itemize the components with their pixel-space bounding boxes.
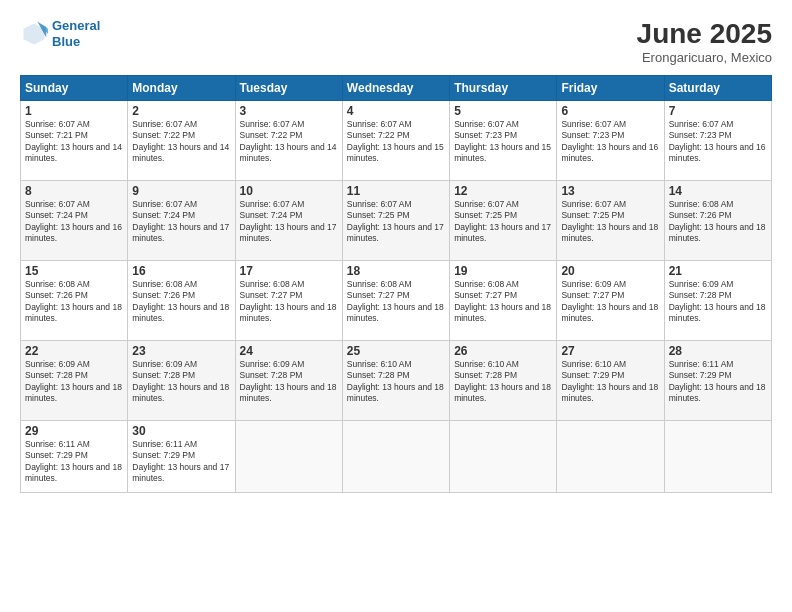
day-header-friday: Friday — [557, 76, 664, 101]
day-info: Sunrise: 6:08 AMSunset: 7:27 PMDaylight:… — [240, 279, 338, 325]
day-number: 11 — [347, 184, 445, 198]
day-number: 30 — [132, 424, 230, 438]
day-info: Sunrise: 6:07 AMSunset: 7:21 PMDaylight:… — [25, 119, 123, 165]
calendar-cell — [664, 421, 771, 493]
day-number: 28 — [669, 344, 767, 358]
calendar-cell: 12Sunrise: 6:07 AMSunset: 7:25 PMDayligh… — [450, 181, 557, 261]
calendar-cell: 11Sunrise: 6:07 AMSunset: 7:25 PMDayligh… — [342, 181, 449, 261]
day-number: 4 — [347, 104, 445, 118]
calendar-cell: 30Sunrise: 6:11 AMSunset: 7:29 PMDayligh… — [128, 421, 235, 493]
calendar-cell: 22Sunrise: 6:09 AMSunset: 7:28 PMDayligh… — [21, 341, 128, 421]
calendar-cell — [235, 421, 342, 493]
day-number: 26 — [454, 344, 552, 358]
day-info: Sunrise: 6:07 AMSunset: 7:23 PMDaylight:… — [454, 119, 552, 165]
calendar-cell: 9Sunrise: 6:07 AMSunset: 7:24 PMDaylight… — [128, 181, 235, 261]
day-info: Sunrise: 6:07 AMSunset: 7:25 PMDaylight:… — [347, 199, 445, 245]
calendar-cell: 24Sunrise: 6:09 AMSunset: 7:28 PMDayligh… — [235, 341, 342, 421]
calendar-header-row: SundayMondayTuesdayWednesdayThursdayFrid… — [21, 76, 772, 101]
week-row-4: 22Sunrise: 6:09 AMSunset: 7:28 PMDayligh… — [21, 341, 772, 421]
day-number: 16 — [132, 264, 230, 278]
day-number: 29 — [25, 424, 123, 438]
day-info: Sunrise: 6:11 AMSunset: 7:29 PMDaylight:… — [669, 359, 767, 405]
day-info: Sunrise: 6:07 AMSunset: 7:24 PMDaylight:… — [240, 199, 338, 245]
day-number: 8 — [25, 184, 123, 198]
day-number: 14 — [669, 184, 767, 198]
day-number: 20 — [561, 264, 659, 278]
calendar-cell: 7Sunrise: 6:07 AMSunset: 7:23 PMDaylight… — [664, 101, 771, 181]
day-info: Sunrise: 6:07 AMSunset: 7:24 PMDaylight:… — [132, 199, 230, 245]
day-number: 3 — [240, 104, 338, 118]
calendar-cell: 10Sunrise: 6:07 AMSunset: 7:24 PMDayligh… — [235, 181, 342, 261]
calendar-cell: 28Sunrise: 6:11 AMSunset: 7:29 PMDayligh… — [664, 341, 771, 421]
calendar-cell: 8Sunrise: 6:07 AMSunset: 7:24 PMDaylight… — [21, 181, 128, 261]
logo-blue: Blue — [52, 34, 80, 49]
calendar-cell: 20Sunrise: 6:09 AMSunset: 7:27 PMDayligh… — [557, 261, 664, 341]
header: General Blue June 2025 Erongaricuaro, Me… — [20, 18, 772, 65]
calendar-cell: 16Sunrise: 6:08 AMSunset: 7:26 PMDayligh… — [128, 261, 235, 341]
day-number: 22 — [25, 344, 123, 358]
day-info: Sunrise: 6:09 AMSunset: 7:27 PMDaylight:… — [561, 279, 659, 325]
day-info: Sunrise: 6:09 AMSunset: 7:28 PMDaylight:… — [132, 359, 230, 405]
calendar-cell — [450, 421, 557, 493]
day-number: 5 — [454, 104, 552, 118]
day-number: 6 — [561, 104, 659, 118]
day-info: Sunrise: 6:07 AMSunset: 7:24 PMDaylight:… — [25, 199, 123, 245]
day-info: Sunrise: 6:08 AMSunset: 7:26 PMDaylight:… — [669, 199, 767, 245]
calendar-cell: 1Sunrise: 6:07 AMSunset: 7:21 PMDaylight… — [21, 101, 128, 181]
calendar-cell — [557, 421, 664, 493]
day-number: 25 — [347, 344, 445, 358]
calendar-table: SundayMondayTuesdayWednesdayThursdayFrid… — [20, 75, 772, 493]
day-number: 13 — [561, 184, 659, 198]
day-header-wednesday: Wednesday — [342, 76, 449, 101]
day-number: 2 — [132, 104, 230, 118]
logo-icon — [20, 20, 48, 48]
day-info: Sunrise: 6:09 AMSunset: 7:28 PMDaylight:… — [25, 359, 123, 405]
calendar-cell: 14Sunrise: 6:08 AMSunset: 7:26 PMDayligh… — [664, 181, 771, 261]
calendar-cell: 26Sunrise: 6:10 AMSunset: 7:28 PMDayligh… — [450, 341, 557, 421]
subtitle: Erongaricuaro, Mexico — [637, 50, 772, 65]
day-info: Sunrise: 6:09 AMSunset: 7:28 PMDaylight:… — [669, 279, 767, 325]
week-row-2: 8Sunrise: 6:07 AMSunset: 7:24 PMDaylight… — [21, 181, 772, 261]
week-row-5: 29Sunrise: 6:11 AMSunset: 7:29 PMDayligh… — [21, 421, 772, 493]
day-info: Sunrise: 6:10 AMSunset: 7:28 PMDaylight:… — [454, 359, 552, 405]
title-block: June 2025 Erongaricuaro, Mexico — [637, 18, 772, 65]
day-info: Sunrise: 6:08 AMSunset: 7:26 PMDaylight:… — [132, 279, 230, 325]
calendar-cell: 25Sunrise: 6:10 AMSunset: 7:28 PMDayligh… — [342, 341, 449, 421]
calendar-cell: 15Sunrise: 6:08 AMSunset: 7:26 PMDayligh… — [21, 261, 128, 341]
calendar-cell: 19Sunrise: 6:08 AMSunset: 7:27 PMDayligh… — [450, 261, 557, 341]
day-header-thursday: Thursday — [450, 76, 557, 101]
day-info: Sunrise: 6:07 AMSunset: 7:23 PMDaylight:… — [669, 119, 767, 165]
day-info: Sunrise: 6:11 AMSunset: 7:29 PMDaylight:… — [132, 439, 230, 485]
logo-text: General Blue — [52, 18, 100, 49]
calendar-cell: 21Sunrise: 6:09 AMSunset: 7:28 PMDayligh… — [664, 261, 771, 341]
day-info: Sunrise: 6:07 AMSunset: 7:25 PMDaylight:… — [561, 199, 659, 245]
day-number: 1 — [25, 104, 123, 118]
week-row-1: 1Sunrise: 6:07 AMSunset: 7:21 PMDaylight… — [21, 101, 772, 181]
calendar-cell: 2Sunrise: 6:07 AMSunset: 7:22 PMDaylight… — [128, 101, 235, 181]
day-info: Sunrise: 6:10 AMSunset: 7:29 PMDaylight:… — [561, 359, 659, 405]
day-header-saturday: Saturday — [664, 76, 771, 101]
day-number: 7 — [669, 104, 767, 118]
day-number: 21 — [669, 264, 767, 278]
calendar-cell — [342, 421, 449, 493]
calendar-cell: 17Sunrise: 6:08 AMSunset: 7:27 PMDayligh… — [235, 261, 342, 341]
day-number: 24 — [240, 344, 338, 358]
week-row-3: 15Sunrise: 6:08 AMSunset: 7:26 PMDayligh… — [21, 261, 772, 341]
logo: General Blue — [20, 18, 100, 49]
day-number: 23 — [132, 344, 230, 358]
day-header-sunday: Sunday — [21, 76, 128, 101]
logo-general: General — [52, 18, 100, 33]
day-number: 17 — [240, 264, 338, 278]
calendar-cell: 29Sunrise: 6:11 AMSunset: 7:29 PMDayligh… — [21, 421, 128, 493]
calendar-cell: 23Sunrise: 6:09 AMSunset: 7:28 PMDayligh… — [128, 341, 235, 421]
calendar-cell: 18Sunrise: 6:08 AMSunset: 7:27 PMDayligh… — [342, 261, 449, 341]
calendar-cell: 13Sunrise: 6:07 AMSunset: 7:25 PMDayligh… — [557, 181, 664, 261]
day-number: 12 — [454, 184, 552, 198]
day-info: Sunrise: 6:07 AMSunset: 7:22 PMDaylight:… — [132, 119, 230, 165]
day-info: Sunrise: 6:07 AMSunset: 7:23 PMDaylight:… — [561, 119, 659, 165]
day-header-monday: Monday — [128, 76, 235, 101]
day-number: 18 — [347, 264, 445, 278]
day-number: 9 — [132, 184, 230, 198]
day-info: Sunrise: 6:11 AMSunset: 7:29 PMDaylight:… — [25, 439, 123, 485]
day-info: Sunrise: 6:07 AMSunset: 7:22 PMDaylight:… — [347, 119, 445, 165]
